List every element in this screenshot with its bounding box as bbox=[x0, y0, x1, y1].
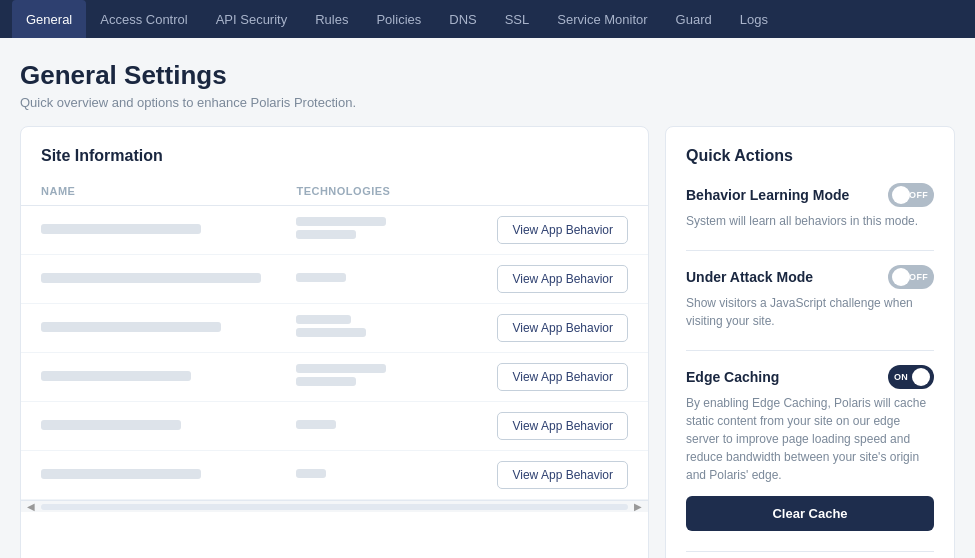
edge-caching-desc: By enabling Edge Caching, Polaris will c… bbox=[686, 394, 934, 484]
toggle-slider: OFF bbox=[888, 265, 934, 289]
row-domain bbox=[41, 272, 296, 286]
col-name-header: NAME bbox=[41, 185, 296, 197]
nav-api-security[interactable]: API Security bbox=[202, 0, 302, 38]
row-domain bbox=[41, 370, 296, 384]
view-app-behavior-button[interactable]: View App Behavior bbox=[497, 216, 628, 244]
table-row: View App Behavior ➔ bbox=[21, 304, 648, 353]
edge-caching-toggle[interactable]: ON bbox=[888, 365, 934, 389]
page-header: General Settings Quick overview and opti… bbox=[0, 38, 975, 126]
toggle-slider: ON bbox=[888, 365, 934, 389]
table-row: View App Behavior ➔ bbox=[21, 402, 648, 451]
site-info-panel: Site Information NAME TECHNOLOGIES View … bbox=[20, 126, 649, 558]
table-row: View App Behavior bbox=[21, 206, 648, 255]
toggle-on-label: ON bbox=[894, 372, 908, 382]
edge-caching-item: Edge Caching ON By enabling Edge Caching… bbox=[686, 365, 934, 531]
table-row: View App Behavior bbox=[21, 353, 648, 402]
nav-guard[interactable]: Guard bbox=[662, 0, 726, 38]
under-attack-mode-item: Under Attack Mode OFF Show visitors a Ja… bbox=[686, 265, 934, 330]
row-action: View App Behavior bbox=[488, 265, 628, 293]
col-action-header bbox=[488, 185, 628, 197]
view-app-behavior-button[interactable]: View App Behavior bbox=[497, 412, 628, 440]
under-attack-desc: Show visitors a JavaScript challenge whe… bbox=[686, 294, 934, 330]
nav-service-monitor[interactable]: Service Monitor bbox=[543, 0, 661, 38]
toggle-off-label: OFF bbox=[909, 272, 928, 282]
quick-actions-panel: Quick Actions Behavior Learning Mode OFF… bbox=[665, 126, 955, 558]
row-tech bbox=[296, 420, 488, 433]
row-action: View App Behavior bbox=[488, 363, 628, 391]
view-app-behavior-button[interactable]: View App Behavior bbox=[497, 461, 628, 489]
page-title: General Settings bbox=[20, 60, 955, 91]
table-header: NAME TECHNOLOGIES bbox=[21, 177, 648, 206]
row-tech bbox=[296, 273, 488, 286]
behavior-learning-mode-item: Behavior Learning Mode OFF System will l… bbox=[686, 183, 934, 230]
col-tech-header: TECHNOLOGIES bbox=[296, 185, 488, 197]
page-subtitle: Quick overview and options to enhance Po… bbox=[20, 95, 955, 110]
view-app-behavior-button[interactable]: View App Behavior bbox=[497, 363, 628, 391]
divider bbox=[686, 250, 934, 251]
row-action: View App Behavior bbox=[488, 216, 628, 244]
divider bbox=[686, 551, 934, 552]
nav-access-control[interactable]: Access Control bbox=[86, 0, 201, 38]
view-app-behavior-button[interactable]: View App Behavior bbox=[497, 314, 628, 342]
under-attack-toggle[interactable]: OFF bbox=[888, 265, 934, 289]
nav-dns[interactable]: DNS bbox=[435, 0, 490, 38]
toggle-knob bbox=[892, 268, 910, 286]
main-layout: Site Information NAME TECHNOLOGIES View … bbox=[0, 126, 975, 558]
nav-ssl[interactable]: SSL bbox=[491, 0, 544, 38]
row-tech bbox=[296, 364, 488, 390]
action-item-header: Edge Caching ON bbox=[686, 365, 934, 389]
nav-policies[interactable]: Policies bbox=[362, 0, 435, 38]
row-domain bbox=[41, 468, 296, 482]
toggle-slider: OFF bbox=[888, 183, 934, 207]
nav-rules[interactable]: Rules bbox=[301, 0, 362, 38]
site-info-title: Site Information bbox=[21, 127, 648, 177]
nav-general[interactable]: General bbox=[12, 0, 86, 38]
scroll-track[interactable] bbox=[41, 504, 628, 510]
behavior-learning-toggle[interactable]: OFF bbox=[888, 183, 934, 207]
row-action: View App Behavior bbox=[488, 412, 628, 440]
row-tech bbox=[296, 217, 488, 243]
action-item-header: Under Attack Mode OFF bbox=[686, 265, 934, 289]
toggle-off-label: OFF bbox=[909, 190, 928, 200]
row-action: View App Behavior bbox=[488, 461, 628, 489]
table-row: View App Behavior bbox=[21, 451, 648, 500]
behavior-learning-desc: System will learn all behaviors in this … bbox=[686, 212, 934, 230]
divider bbox=[686, 350, 934, 351]
view-app-behavior-button[interactable]: View App Behavior bbox=[497, 265, 628, 293]
navigation-bar: General Access Control API Security Rule… bbox=[0, 0, 975, 38]
row-domain bbox=[41, 223, 296, 237]
scroll-right-arrow[interactable]: ▶ bbox=[632, 501, 644, 512]
toggle-knob bbox=[912, 368, 930, 386]
toggle-knob bbox=[892, 186, 910, 204]
edge-caching-label: Edge Caching bbox=[686, 369, 779, 385]
clear-cache-button[interactable]: Clear Cache bbox=[686, 496, 934, 531]
quick-actions-title: Quick Actions bbox=[686, 147, 934, 165]
action-item-header: Behavior Learning Mode OFF bbox=[686, 183, 934, 207]
nav-logs[interactable]: Logs bbox=[726, 0, 782, 38]
row-domain bbox=[41, 321, 296, 335]
horizontal-scrollbar[interactable]: ◀ ▶ bbox=[21, 500, 648, 512]
behavior-learning-label: Behavior Learning Mode bbox=[686, 187, 849, 203]
row-domain bbox=[41, 419, 296, 433]
row-action: View App Behavior bbox=[488, 314, 628, 342]
table-row: View App Behavior bbox=[21, 255, 648, 304]
row-tech bbox=[296, 469, 488, 482]
scroll-left-arrow[interactable]: ◀ bbox=[25, 501, 37, 512]
row-tech bbox=[296, 315, 488, 341]
under-attack-label: Under Attack Mode bbox=[686, 269, 813, 285]
